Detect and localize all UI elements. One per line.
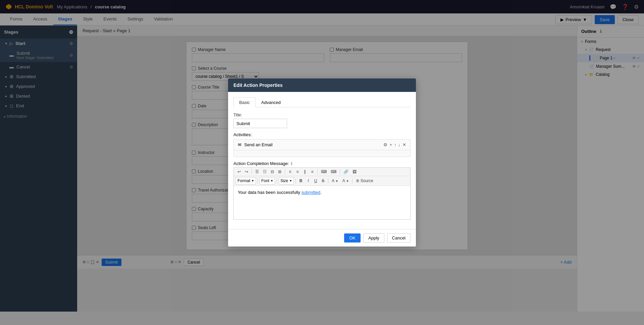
activity-delete-icon[interactable]: ✕: [402, 142, 406, 147]
rte-size-dropdown[interactable]: Size ▼: [279, 177, 294, 184]
modal-tabs: Basic Advanced: [233, 97, 411, 107]
rte-link[interactable]: 🔗: [342, 169, 350, 175]
activity-label: Send an Email: [244, 142, 273, 147]
rte-indent-less[interactable]: ⊟: [269, 169, 276, 175]
modal-apply-button[interactable]: Apply: [363, 233, 384, 242]
rte-format-dropdown[interactable]: Format ▼: [236, 177, 256, 184]
rte-sep2: [285, 169, 285, 174]
rte-sep3: [317, 169, 318, 174]
rte-sep1: [252, 169, 252, 174]
activity-gear-icon[interactable]: ⚙: [383, 142, 387, 147]
activity-actions: ⚙ + ↑ ↓ ✕: [383, 142, 406, 147]
source-icon: 🖹: [356, 179, 359, 183]
rte-bg-color[interactable]: A ▼: [341, 178, 351, 184]
rte-sep5: [258, 178, 258, 183]
rte-font-color[interactable]: A ▼: [330, 178, 340, 184]
completion-label: Action Completion Message:: [233, 161, 289, 166]
rte-sep8: [328, 178, 328, 183]
rte-italic[interactable]: I: [305, 178, 312, 184]
rte-sep9: [352, 178, 353, 183]
font-color-chevron: ▼: [335, 179, 338, 183]
format-chevron-icon: ▼: [251, 179, 254, 182]
size-label: Size: [280, 178, 288, 183]
modal-cancel-button[interactable]: Cancel: [387, 233, 411, 242]
rte-align-justify[interactable]: ≡: [309, 169, 316, 175]
modal-title-field: Title:: [233, 113, 411, 128]
modal-ok-button[interactable]: OK: [344, 233, 361, 242]
font-label: Font: [261, 178, 269, 183]
rte-container: ↩ ↪ ☰ ☷ ⊟ ⊞ ≡ ≡ ∥ ≡ ⌨ ⌨: [233, 167, 411, 220]
rte-image[interactable]: 🖼: [351, 169, 358, 175]
rte-sep4: [340, 169, 340, 174]
modal-body: Basic Advanced Title: Activities: ✉ Send…: [228, 92, 416, 229]
activity-add-icon[interactable]: +: [389, 142, 392, 147]
activities-label: Activities:: [233, 132, 411, 137]
activity-row: ✉ Send an Email ⚙ + ↑ ↓ ✕: [233, 139, 411, 150]
modal-overlay: Edit Action Properties Basic Advanced Ti…: [0, 0, 644, 325]
modal-header: Edit Action Properties: [228, 78, 416, 92]
edit-action-modal: Edit Action Properties Basic Advanced Ti…: [228, 78, 416, 247]
rte-submitted-text: submitted: [302, 190, 320, 195]
modal-footer: OK Apply Cancel: [228, 229, 416, 247]
rte-rtl[interactable]: ⌨: [329, 169, 338, 175]
rte-indent-more[interactable]: ⊞: [276, 169, 283, 175]
size-chevron-icon: ▼: [289, 179, 292, 182]
rte-unordered-list[interactable]: ☷: [261, 169, 268, 175]
modal-activities-field: Activities: ✉ Send an Email ⚙ + ↑ ↓ ✕: [233, 132, 411, 157]
rte-ordered-list[interactable]: ☰: [254, 169, 261, 175]
rte-ltr[interactable]: ⌨: [319, 169, 328, 175]
rte-source[interactable]: 🖹 Source: [354, 178, 375, 184]
activity-up-icon[interactable]: ↑: [394, 142, 396, 147]
completion-info-icon: ℹ: [291, 161, 292, 166]
font-chevron-icon: ▼: [270, 179, 273, 182]
bg-color-chevron: ▼: [346, 179, 349, 183]
rte-strikethrough[interactable]: S: [320, 178, 326, 184]
rte-toolbar2: Format ▼ Font ▼ Size ▼: [234, 176, 410, 186]
modal-tab-basic[interactable]: Basic: [233, 97, 256, 107]
rte-bold[interactable]: B: [298, 178, 304, 184]
modal-title-label: Title:: [233, 113, 411, 117]
rte-align-center[interactable]: ≡: [294, 169, 301, 175]
modal-completion-field: Action Completion Message: ℹ ↩ ↪ ☰ ☷ ⊟ ⊞: [233, 161, 411, 220]
modal-tab-advanced[interactable]: Advanced: [256, 97, 286, 107]
rte-content[interactable]: Your data has been successfully submitte…: [234, 186, 410, 219]
rte-undo[interactable]: ↩: [236, 169, 243, 175]
format-label: Format: [237, 178, 250, 183]
rte-sep7: [296, 178, 296, 183]
rte-redo[interactable]: ↪: [243, 169, 250, 175]
modal-title: Edit Action Properties: [233, 83, 283, 88]
rte-align-right[interactable]: ∥: [302, 169, 308, 175]
modal-title-input[interactable]: [233, 119, 287, 128]
rte-align-left[interactable]: ≡: [287, 169, 293, 175]
rte-sep6: [277, 178, 277, 183]
activity-email-icon: ✉: [238, 142, 241, 147]
activity-down-icon[interactable]: ↓: [398, 142, 401, 147]
rte-underline[interactable]: U: [312, 178, 319, 184]
rte-toolbar1: ↩ ↪ ☰ ☷ ⊟ ⊞ ≡ ≡ ∥ ≡ ⌨ ⌨: [234, 168, 410, 176]
rte-font-dropdown[interactable]: Font ▼: [260, 177, 275, 184]
